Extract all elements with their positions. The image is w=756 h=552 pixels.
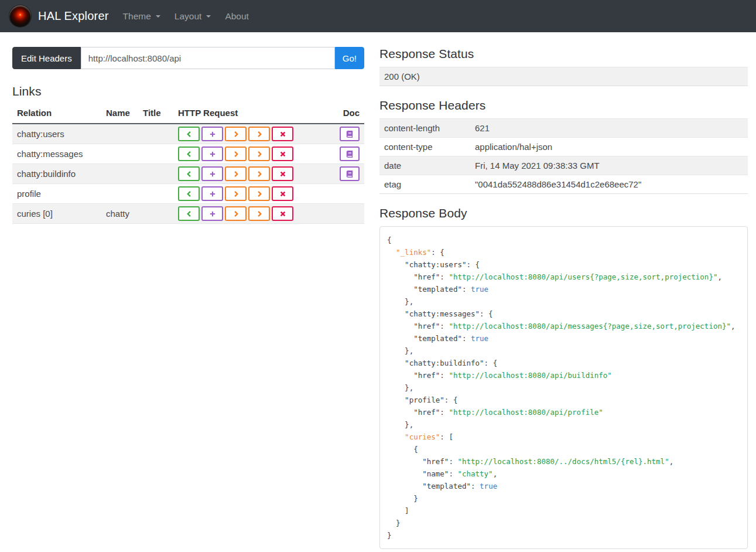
post-button[interactable] bbox=[201, 146, 223, 161]
hal-logo-icon bbox=[9, 5, 31, 27]
doc-cell bbox=[331, 164, 364, 184]
response-headers-heading: Response Headers bbox=[379, 98, 748, 113]
doc-button[interactable] bbox=[340, 166, 360, 181]
response-header-row: content-typeapplication/hal+json bbox=[379, 138, 748, 156]
column-header-relation: Relation bbox=[12, 104, 101, 124]
title-cell bbox=[138, 124, 173, 144]
http-request-cell bbox=[173, 204, 331, 224]
response-header-row: etag"0041da552488d86e31454d1c2e68eec72" bbox=[379, 175, 748, 194]
get-button[interactable] bbox=[178, 127, 200, 141]
get-button[interactable] bbox=[178, 186, 200, 201]
name-cell bbox=[101, 144, 138, 164]
links-table-body: chatty:userschatty:messageschatty:buildi… bbox=[12, 124, 364, 224]
brand-title: HAL Explorer bbox=[38, 9, 109, 23]
delete-button[interactable] bbox=[272, 166, 293, 181]
plus-icon bbox=[209, 151, 216, 158]
response-status-row: 200 (OK) bbox=[379, 67, 748, 86]
get-button[interactable] bbox=[178, 146, 200, 161]
book-icon bbox=[346, 131, 353, 138]
nav-item-layout[interactable]: Layout bbox=[175, 9, 211, 24]
response-panel: Response Status 200 (OK) Response Header… bbox=[379, 47, 748, 549]
post-button[interactable] bbox=[201, 166, 223, 181]
response-headers-body: content-length621content-typeapplication… bbox=[379, 119, 748, 194]
x-icon bbox=[279, 131, 286, 138]
patch-button[interactable] bbox=[248, 166, 270, 181]
name-cell: chatty bbox=[101, 204, 138, 224]
delete-button[interactable] bbox=[272, 186, 293, 201]
response-status-table: 200 (OK) bbox=[379, 67, 748, 86]
go-button[interactable]: Go! bbox=[335, 47, 364, 69]
title-cell bbox=[138, 164, 173, 184]
put-button[interactable] bbox=[225, 127, 247, 141]
header-name-cell: content-length bbox=[379, 119, 470, 138]
get-button[interactable] bbox=[178, 166, 200, 181]
chevron-right-icon bbox=[232, 210, 240, 217]
doc-button[interactable] bbox=[340, 127, 360, 141]
caret-down-icon bbox=[206, 15, 211, 18]
relation-cell: chatty:buildinfo bbox=[12, 164, 101, 184]
relation-cell: profile bbox=[12, 184, 101, 204]
put-button[interactable] bbox=[225, 206, 247, 221]
chevron-right-icon bbox=[256, 171, 263, 178]
relation-cell: curies [0] bbox=[12, 204, 101, 224]
nav-item-theme[interactable]: Theme bbox=[123, 9, 160, 24]
doc-button[interactable] bbox=[340, 146, 360, 161]
plus-icon bbox=[209, 210, 216, 217]
doc-cell bbox=[331, 144, 364, 164]
response-headers-table: content-length621content-typeapplication… bbox=[379, 118, 748, 194]
links-row: curies [0]chatty bbox=[12, 204, 364, 224]
links-row: chatty:messages bbox=[12, 144, 364, 164]
chevron-right-icon bbox=[256, 210, 263, 217]
column-header-doc: Doc bbox=[331, 104, 364, 124]
http-request-cell bbox=[173, 164, 331, 184]
chevron-left-icon bbox=[186, 131, 193, 138]
put-button[interactable] bbox=[225, 186, 247, 201]
nav-item-about-label: About bbox=[225, 11, 249, 22]
post-button[interactable] bbox=[201, 206, 223, 221]
header-value-cell: Fri, 14 May 2021 09:38:33 GMT bbox=[470, 156, 748, 175]
doc-cell bbox=[331, 204, 364, 224]
doc-cell bbox=[331, 184, 364, 204]
edit-headers-button[interactable]: Edit Headers bbox=[12, 47, 81, 69]
nav-item-theme-label: Theme bbox=[123, 11, 151, 22]
header-name-cell: etag bbox=[379, 175, 470, 194]
response-status-heading: Response Status bbox=[379, 47, 748, 61]
post-button[interactable] bbox=[201, 186, 223, 201]
chevron-left-icon bbox=[186, 210, 193, 217]
put-button[interactable] bbox=[225, 146, 247, 161]
book-icon bbox=[346, 171, 353, 178]
brand-link[interactable]: HAL Explorer bbox=[9, 5, 109, 27]
patch-button[interactable] bbox=[248, 206, 270, 221]
nav-item-about[interactable]: About bbox=[225, 9, 249, 24]
delete-button[interactable] bbox=[272, 127, 293, 141]
response-body-heading: Response Body bbox=[379, 206, 748, 220]
links-table-header-row: Relation Name Title HTTP Request Doc bbox=[12, 104, 364, 124]
delete-button[interactable] bbox=[272, 206, 293, 221]
http-request-cell bbox=[173, 144, 331, 164]
put-button[interactable] bbox=[225, 166, 247, 181]
caret-down-icon bbox=[156, 15, 160, 18]
column-header-http-request: HTTP Request bbox=[173, 104, 331, 124]
links-table: Relation Name Title HTTP Request Doc cha… bbox=[12, 104, 364, 224]
http-request-cell bbox=[173, 184, 331, 204]
links-row: profile bbox=[12, 184, 364, 204]
plus-icon bbox=[209, 131, 216, 138]
links-row: chatty:buildinfo bbox=[12, 164, 364, 184]
x-icon bbox=[279, 171, 286, 178]
column-header-name: Name bbox=[101, 104, 138, 124]
patch-button[interactable] bbox=[248, 127, 270, 141]
nav-menu: Theme Layout About bbox=[123, 9, 249, 24]
navbar: HAL Explorer Theme Layout About bbox=[0, 0, 756, 32]
chevron-right-icon bbox=[232, 190, 240, 197]
patch-button[interactable] bbox=[248, 186, 270, 201]
header-value-cell: 621 bbox=[470, 119, 748, 138]
header-value-cell: application/hal+json bbox=[470, 138, 748, 156]
post-button[interactable] bbox=[201, 127, 223, 141]
delete-button[interactable] bbox=[272, 146, 293, 161]
response-body-panel: { "_links": { "chatty:users": { "href": … bbox=[379, 226, 748, 549]
x-icon bbox=[279, 210, 286, 217]
patch-button[interactable] bbox=[248, 146, 270, 161]
get-button[interactable] bbox=[178, 206, 200, 221]
url-input[interactable] bbox=[81, 47, 335, 69]
request-panel: Edit Headers Go! Links Relation Name Tit… bbox=[12, 47, 364, 224]
